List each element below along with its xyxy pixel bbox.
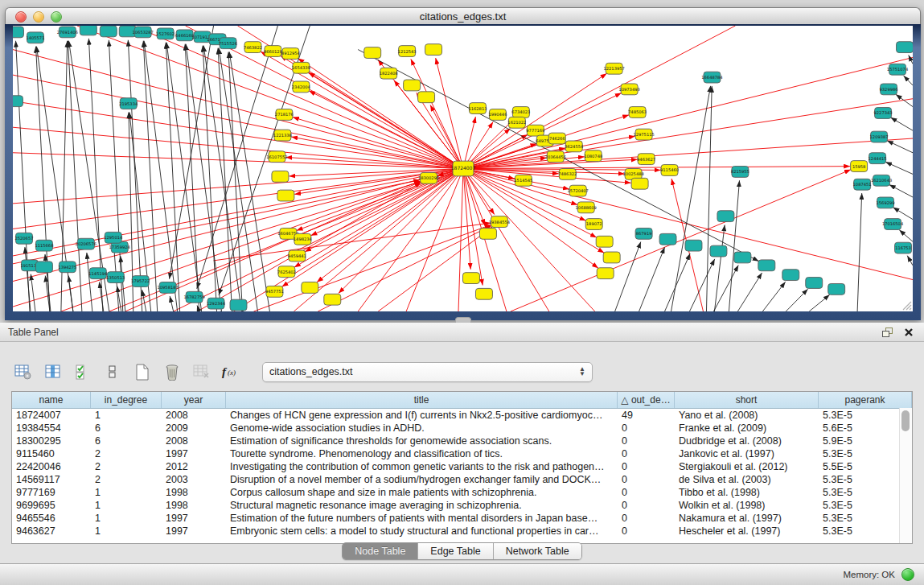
function-builder-icon[interactable]: f(x) bbox=[221, 361, 242, 382]
tab-node-table[interactable]: Node Table bbox=[343, 543, 418, 559]
graph-node[interactable]: 17016504 bbox=[882, 219, 903, 230]
graph-node[interactable]: 10973493 bbox=[618, 84, 639, 95]
row-height-icon[interactable] bbox=[102, 361, 123, 382]
graph-node[interactable]: 1244415 bbox=[869, 153, 887, 164]
graph-node[interactable]: 1569299 bbox=[877, 197, 895, 208]
graph-node[interactable]: 1087451 bbox=[853, 179, 872, 190]
graph-node[interactable]: 9227343 bbox=[874, 108, 893, 119]
graph-node[interactable] bbox=[603, 252, 620, 263]
float-panel-icon[interactable] bbox=[881, 326, 895, 339]
graph-node[interactable] bbox=[897, 42, 913, 53]
column-header-out_de[interactable]: △ out_de… bbox=[618, 392, 675, 408]
graph-node[interactable]: 7485063 bbox=[628, 107, 647, 118]
table-row[interactable]: 1938455462009Genome-wide association stu… bbox=[12, 422, 912, 435]
graph-node[interactable]: 16210643 bbox=[871, 175, 892, 186]
graph-node[interactable] bbox=[80, 26, 97, 35]
panel-drag-handle[interactable] bbox=[455, 317, 471, 323]
graph-node[interactable]: 1514545 bbox=[514, 175, 532, 186]
graph-node[interactable]: 1394275 bbox=[58, 262, 76, 273]
column-header-title[interactable]: title bbox=[226, 392, 618, 408]
table-settings-icon[interactable] bbox=[13, 361, 34, 382]
graph-node[interactable]: 1162813 bbox=[468, 103, 487, 114]
graph-node[interactable]: 9115460 bbox=[660, 165, 679, 176]
graph-node[interactable]: 15958 bbox=[851, 161, 868, 172]
graph-node[interactable] bbox=[734, 252, 751, 263]
graph-node[interactable] bbox=[463, 273, 480, 284]
graph-node[interactable] bbox=[685, 240, 702, 251]
column-header-year[interactable]: year bbox=[162, 392, 226, 408]
graph-node[interactable] bbox=[659, 233, 676, 245]
graph-node[interactable]: 7463822 bbox=[244, 42, 262, 53]
graph-node[interactable] bbox=[277, 190, 294, 201]
graph-node[interactable] bbox=[806, 278, 823, 289]
graph-node[interactable]: 15751074 bbox=[887, 64, 908, 75]
select-columns-icon[interactable] bbox=[72, 361, 93, 382]
graph-node[interactable]: 1350513 bbox=[106, 272, 125, 283]
graph-node[interactable]: 7515526 bbox=[219, 38, 237, 49]
graph-node[interactable] bbox=[717, 211, 734, 222]
graph-node[interactable] bbox=[13, 27, 23, 38]
graph-node[interactable]: 189072 bbox=[585, 219, 602, 230]
graph-node[interactable]: 1221338 bbox=[273, 130, 292, 141]
graph-node[interactable] bbox=[35, 262, 52, 273]
graph-node[interactable]: 1498234 bbox=[294, 233, 312, 245]
graph-node[interactable] bbox=[272, 171, 289, 182]
table-row[interactable]: 1830029562008Estimation of significance … bbox=[12, 435, 912, 447]
vertical-scrollbar[interactable] bbox=[899, 408, 912, 543]
graph-node[interactable]: 16782759 bbox=[183, 291, 204, 303]
graph-node[interactable]: 3624554 bbox=[565, 141, 583, 152]
new-table-icon[interactable] bbox=[132, 361, 153, 382]
graph-node[interactable] bbox=[828, 283, 845, 295]
graph-node[interactable]: 7625402 bbox=[277, 266, 296, 278]
graph-node[interactable]: 2520657 bbox=[14, 233, 33, 244]
graph-node[interactable]: 1292344 bbox=[207, 298, 225, 309]
graph-node[interactable]: 9329986 bbox=[880, 84, 898, 95]
resize-grip-icon[interactable] bbox=[901, 299, 912, 311]
table-row[interactable]: 1456911722003Disruption of a novel membe… bbox=[12, 473, 912, 486]
graph-node[interactable]: 1795722 bbox=[131, 276, 150, 287]
graph-node[interactable]: 9459441 bbox=[288, 250, 306, 262]
graph-node[interactable]: 7486322 bbox=[558, 169, 577, 180]
graph-node[interactable]: 2342004 bbox=[292, 81, 310, 93]
minimize-window-button[interactable] bbox=[33, 11, 44, 23]
graph-node[interactable] bbox=[710, 245, 727, 257]
show-column-icon[interactable] bbox=[43, 361, 64, 382]
zoom-window-button[interactable] bbox=[51, 11, 62, 23]
graph-node[interactable]: 1405571 bbox=[26, 32, 44, 43]
graph-node[interactable]: 867919 bbox=[635, 228, 652, 239]
graph-node[interactable] bbox=[758, 260, 775, 271]
table-row[interactable]: 946362711997Embryonic stem cells: a mode… bbox=[12, 525, 912, 538]
network-canvas[interactable]: 1872400711628131990446673402316210229777… bbox=[13, 26, 913, 311]
graph-node[interactable]: 10958187 bbox=[157, 282, 178, 294]
graph-node[interactable] bbox=[782, 270, 799, 281]
graph-node[interactable] bbox=[475, 288, 492, 299]
window-titlebar[interactable]: citations_edges.txt bbox=[5, 7, 921, 26]
graph-node[interactable] bbox=[302, 282, 318, 294]
graph-node[interactable]: 1212543 bbox=[398, 46, 417, 57]
table-row[interactable]: 911546021997Tourette syndrome. Phenomeno… bbox=[12, 447, 912, 460]
graph-node[interactable] bbox=[13, 96, 23, 107]
graph-node[interactable]: 15720407 bbox=[568, 185, 589, 196]
graph-node[interactable] bbox=[479, 228, 496, 239]
delete-rows-icon[interactable] bbox=[162, 361, 183, 382]
graph-node[interactable]: 16648784 bbox=[701, 72, 722, 83]
graph-node[interactable] bbox=[425, 44, 442, 56]
graph-node[interactable] bbox=[631, 178, 648, 189]
graph-node[interactable]: 9463627 bbox=[637, 154, 655, 165]
graph-node[interactable] bbox=[324, 294, 341, 305]
delete-table-icon[interactable] bbox=[191, 361, 212, 382]
tab-network-table[interactable]: Network Table bbox=[494, 543, 581, 559]
graph-node[interactable]: 12975115 bbox=[633, 129, 654, 140]
graph-node[interactable]: 8215955 bbox=[731, 167, 749, 178]
graph-node[interactable]: 20364456 bbox=[545, 151, 566, 163]
graph-node[interactable]: 18724007 bbox=[451, 161, 476, 176]
graph-node[interactable]: 2195334 bbox=[119, 98, 138, 109]
graph-node[interactable]: 18300295 bbox=[418, 172, 439, 183]
graph-node[interactable] bbox=[404, 80, 421, 91]
graph-node[interactable]: 1654339 bbox=[292, 62, 310, 73]
graph-node[interactable]: 9457751 bbox=[265, 286, 284, 297]
graph-node[interactable]: 2718176 bbox=[275, 109, 294, 121]
graph-node[interactable]: 19384554 bbox=[489, 216, 510, 228]
graph-node[interactable]: 16107552 bbox=[266, 151, 287, 163]
table-row[interactable]: 2242004622012Investigating the contribut… bbox=[12, 460, 912, 473]
